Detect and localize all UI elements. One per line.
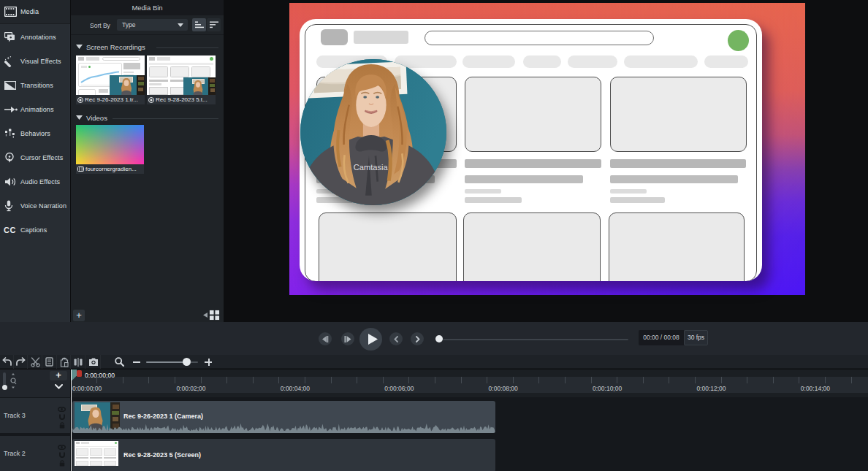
svg-text:Camtasia: Camtasia bbox=[354, 163, 389, 172]
